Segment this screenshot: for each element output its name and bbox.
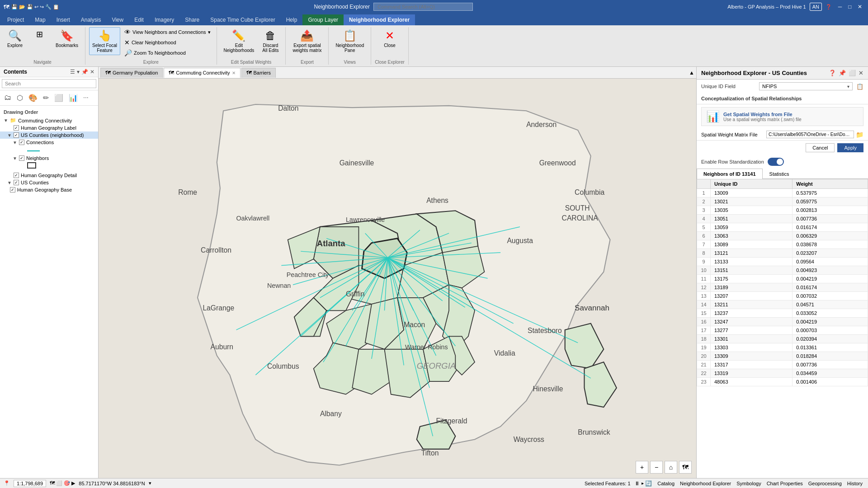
table-row[interactable]: 21133170.007736 — [697, 361, 868, 369]
more-btn[interactable]: ··· — [81, 92, 91, 103]
layer-checkbox[interactable] — [14, 132, 19, 138]
neighborhood-explorer-tab[interactable]: Neighborhood Explorer — [678, 480, 733, 487]
tab-project[interactable]: Project — [2, 14, 29, 25]
apply-button[interactable]: Apply — [837, 143, 863, 152]
table-row[interactable]: 3130350.002813 — [697, 206, 868, 215]
command-search-input[interactable] — [373, 3, 473, 11]
add-data-btn[interactable]: ⬡ — [14, 92, 25, 103]
tab-germany-population[interactable]: 🗺 Germany Population — [100, 68, 163, 78]
open-table-icon[interactable]: 📋 — [856, 83, 863, 90]
table-row[interactable]: 22133190.034459 — [697, 369, 868, 378]
fixed-zoom-button[interactable]: ⊞ — [28, 27, 51, 42]
edit-neighborhoods-button[interactable]: ✏️ EditNeighborhoods — [221, 27, 258, 55]
statistics-tab[interactable]: Statistics — [763, 169, 796, 179]
zoom-out-button[interactable]: − — [650, 461, 663, 474]
layer-checkbox[interactable] — [10, 187, 15, 192]
basemap-button[interactable]: 🗺 — [679, 461, 692, 474]
coord-dropdown[interactable]: ▾ — [149, 480, 151, 486]
tab-help[interactable]: Help — [281, 14, 303, 25]
table-row[interactable]: 17132770.000703 — [697, 326, 868, 335]
explore-button[interactable]: 🔍 Explore — [4, 27, 26, 50]
tab-analysis[interactable]: Analysis — [75, 14, 107, 25]
table-row[interactable]: 16132470.004219 — [697, 318, 868, 326]
map-collapse-btn[interactable]: ▲ — [687, 69, 696, 77]
layer-us-counties-neighborhood[interactable]: ▼ US Counties (neighborhood) — [0, 131, 98, 139]
zoom-neighborhood-button[interactable]: 🔎 Zoom To Neighborhood — [122, 48, 212, 58]
table-row[interactable]: 6130630.006329 — [697, 232, 868, 240]
table-row[interactable]: 20133090.018284 — [697, 352, 868, 361]
export-weights-button[interactable]: 📤 Export spatialweights matrix — [289, 27, 325, 55]
cancel-button[interactable]: Cancel — [806, 143, 835, 152]
table-row[interactable]: 15132370.033052 — [697, 309, 868, 318]
clear-neighborhood-button[interactable]: ✕ Clear Neighborhood — [122, 38, 212, 47]
table-row[interactable]: 11131750.004219 — [697, 275, 868, 283]
tab-neighborhood-explorer[interactable]: Neighborhood Explorer — [344, 14, 415, 25]
tab-close-icon[interactable]: ✕ — [232, 70, 236, 75]
neighbors-table[interactable]: Unique ID Weight 1130090.5379752130210.0… — [697, 179, 868, 478]
discard-all-edits-button[interactable]: 🗑 DiscardAll Edits — [259, 27, 282, 55]
chart-properties-tab[interactable]: Chart Properties — [765, 480, 805, 487]
help-panel-icon[interactable]: ❓ — [829, 70, 836, 76]
layer-checkbox[interactable] — [19, 155, 24, 161]
layer-neighbors[interactable]: ▼ Neighbors — [0, 155, 98, 162]
table-row[interactable]: 8131210.023207 — [697, 249, 868, 258]
add-layer-btn[interactable]: 🗂 — [2, 92, 14, 103]
table-row[interactable]: 2130210.059775 — [697, 197, 868, 206]
options-icon[interactable]: ▾ — [77, 69, 80, 75]
symbology-tab[interactable]: Symbology — [735, 480, 763, 487]
list-icon[interactable]: ☰ — [70, 69, 75, 75]
user-badge[interactable]: AN — [810, 3, 822, 11]
table-row[interactable]: 13132070.007032 — [697, 292, 868, 300]
neighborhood-pane-button[interactable]: 📋 NeighborhoodPane — [332, 27, 367, 55]
tab-insert[interactable]: Insert — [51, 14, 75, 25]
panel-pin-icon[interactable]: 📌 — [81, 69, 88, 75]
layer-checkbox[interactable] — [14, 173, 19, 178]
layer-us-counties[interactable]: ▼ US Counties — [0, 179, 98, 186]
panel-close-icon[interactable]: ✕ — [90, 69, 94, 75]
unique-id-dropdown[interactable]: NFIPS ▾ — [759, 82, 853, 90]
geoprocessing-tab[interactable]: Geoprocessing — [807, 480, 844, 487]
swm-title[interactable]: Get Spatial Weights from File — [723, 112, 859, 117]
symbology-btn[interactable]: 🎨 — [26, 92, 40, 103]
tab-map[interactable]: Map — [29, 14, 51, 25]
table-row[interactable]: 18133010.020394 — [697, 335, 868, 343]
table-row[interactable]: 9131330.09564 — [697, 258, 868, 266]
scale-dropdown[interactable]: 1:1,798,689 — [14, 480, 46, 487]
table-row[interactable]: 12131890.016174 — [697, 283, 868, 292]
table-row[interactable]: 19133030.013361 — [697, 343, 868, 352]
table-row[interactable]: 23480630.001406 — [697, 378, 868, 386]
browse-button[interactable]: 📁 — [856, 131, 863, 138]
layer-human-geography-detail[interactable]: Human Geography Detail — [0, 172, 98, 179]
minimize-button[interactable]: ─ — [835, 2, 844, 11]
table-row[interactable]: 5130590.016174 — [697, 223, 868, 232]
neighbors-of-id-tab[interactable]: Neighbors of ID 13141 — [697, 169, 763, 179]
col-unique-id[interactable]: Unique ID — [711, 179, 793, 189]
col-weight[interactable]: Weight — [793, 179, 868, 189]
table-row[interactable]: 1130090.537975 — [697, 189, 868, 197]
close-button[interactable]: ✕ Close — [378, 27, 401, 50]
contents-search-input[interactable] — [2, 79, 96, 88]
table-row[interactable]: 10131510.004923 — [697, 266, 868, 275]
tab-group-layer[interactable]: Group Layer — [302, 14, 344, 25]
layer-checkbox[interactable] — [14, 180, 19, 185]
home-button[interactable]: ⌂ — [665, 461, 677, 474]
label-btn[interactable]: ✏ — [41, 92, 51, 103]
tab-edit[interactable]: Edit — [129, 14, 149, 25]
layer-checkbox[interactable] — [14, 125, 19, 131]
table-row[interactable]: 14132110.04571 — [697, 300, 868, 309]
history-tab[interactable]: History — [845, 480, 864, 487]
select-focal-feature-button[interactable]: 👆 Select FocalFeature — [89, 27, 120, 55]
layer-checkbox[interactable] — [19, 140, 24, 145]
layer-commuting-connectivity[interactable]: ▼ 📁 Commuting Connectivity — [0, 117, 98, 124]
tab-share[interactable]: Share — [179, 14, 205, 25]
filter-btn[interactable]: ⬜ — [52, 92, 66, 103]
table-row[interactable]: 7130890.038678 — [697, 240, 868, 249]
table-btn[interactable]: 📊 — [66, 92, 80, 103]
layer-connections[interactable]: ▼ Connections — [0, 139, 98, 146]
tab-commuting-connectivity[interactable]: 🗺 Commuting Connectivity ✕ — [164, 68, 240, 78]
map-tools[interactable]: 🗺 ⬜ 🎯 ▶ — [50, 480, 75, 486]
catalog-tab[interactable]: Catalog — [656, 480, 676, 487]
bookmarks-button[interactable]: 🔖 Bookmarks — [52, 27, 81, 50]
map-canvas[interactable]: Dalton Rome Anderson Gainesville Greenwo… — [99, 79, 696, 478]
layer-human-geography-base[interactable]: Human Geography Base — [0, 186, 98, 193]
